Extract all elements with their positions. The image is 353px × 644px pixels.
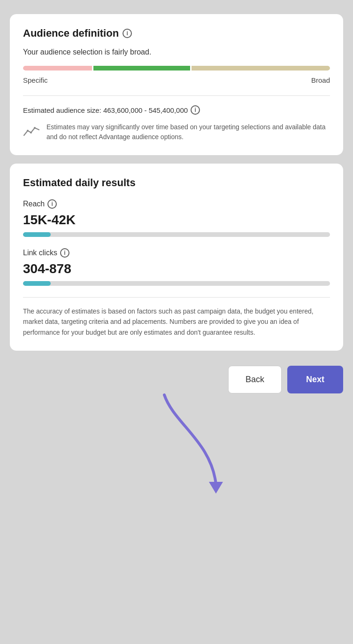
- reach-bar-track: [23, 232, 330, 237]
- progress-label-broad: Broad: [311, 76, 330, 84]
- progress-segment-center: [93, 66, 190, 71]
- reach-bar-fill: [23, 232, 51, 237]
- progress-segment-left: [23, 66, 92, 71]
- audience-definition-card: Audience definition i Your audience sele…: [10, 14, 343, 155]
- progress-segment-right: [192, 66, 330, 71]
- disclaimer-text: Estimates may vary significantly over ti…: [46, 122, 330, 142]
- disclaimer-row: Estimates may vary significantly over ti…: [23, 122, 330, 142]
- results-divider: [23, 297, 330, 298]
- daily-results-title: Estimated daily results: [23, 177, 330, 189]
- accuracy-note: The accuracy of estimates is based on fa…: [23, 306, 330, 338]
- link-clicks-value: 304-878: [23, 261, 330, 276]
- audience-definition-title-text: Audience definition: [23, 27, 119, 39]
- trend-icon: [23, 123, 40, 142]
- svg-point-1: [30, 132, 32, 134]
- progress-labels: Specific Broad: [23, 76, 330, 84]
- card-divider: [23, 95, 330, 96]
- link-clicks-bar-fill: [23, 281, 51, 286]
- svg-point-2: [34, 127, 36, 129]
- arrow-annotation: [136, 385, 258, 517]
- audience-definition-title: Audience definition i: [23, 27, 330, 39]
- link-clicks-label: Link clicks i: [23, 248, 330, 258]
- estimated-size-text: Estimated audience size: 463,600,000 - 5…: [23, 106, 188, 114]
- link-clicks-info-icon[interactable]: i: [60, 248, 69, 258]
- link-clicks-bar-track: [23, 281, 330, 286]
- reach-info-icon[interactable]: i: [47, 199, 57, 209]
- audience-progress-bar: [23, 66, 330, 71]
- progress-label-specific: Specific: [23, 76, 48, 84]
- bottom-navigation-bar: Back Next: [10, 361, 343, 398]
- audience-info-icon[interactable]: i: [123, 29, 132, 38]
- back-button[interactable]: Back: [228, 366, 282, 393]
- svg-marker-3: [209, 482, 223, 494]
- reach-label: Reach i: [23, 199, 330, 209]
- estimated-size-info-icon[interactable]: i: [191, 105, 200, 115]
- audience-description: Your audience selection is fairly broad.: [23, 48, 330, 56]
- estimated-size-row: Estimated audience size: 463,600,000 - 5…: [23, 105, 330, 115]
- svg-point-0: [27, 130, 29, 132]
- next-button[interactable]: Next: [287, 366, 343, 393]
- reach-value: 15K-42K: [23, 212, 330, 228]
- estimated-daily-results-card: Estimated daily results Reach i 15K-42K …: [10, 164, 343, 351]
